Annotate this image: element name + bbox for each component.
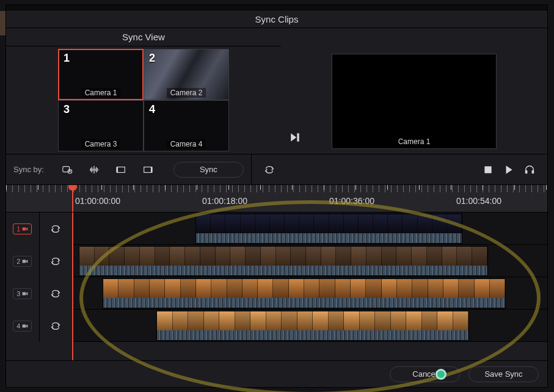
track-header: 3 (6, 277, 73, 310)
camera-label: Camera 1 (81, 88, 121, 98)
track-lane[interactable] (73, 310, 547, 342)
track-row: 3 (6, 277, 547, 310)
camera-label: Camera 2 (167, 88, 206, 98)
track-sync-button[interactable] (40, 212, 73, 245)
svg-rect-3 (144, 167, 152, 172)
track-camera-button-2[interactable]: 2 (13, 256, 32, 267)
clip-waveform (157, 330, 468, 340)
camera-angle-1[interactable]: 1Camera 1 (58, 49, 144, 100)
clip[interactable] (79, 246, 488, 276)
clip-waveform (196, 233, 462, 243)
sync-by-audio-button[interactable] (81, 154, 108, 185)
clip[interactable] (195, 214, 462, 244)
preview-label: Camera 1 (332, 137, 496, 146)
timecode-label: 01:00:00:00 (75, 196, 120, 206)
track-lane[interactable] (73, 245, 547, 277)
camera-number: 3 (64, 103, 70, 116)
sync-by-label: Sync by: (13, 165, 44, 174)
camera-number: 1 (64, 52, 70, 65)
svg-rect-6 (532, 170, 534, 173)
clip-waveform (79, 266, 487, 275)
track-lane[interactable] (73, 277, 547, 310)
svg-rect-0 (63, 166, 70, 172)
camera-label: Camera 4 (167, 139, 206, 149)
playhead[interactable] (72, 185, 73, 212)
camera-angle-4[interactable]: 4Camera 4 (144, 100, 229, 151)
track-sync-button[interactable] (40, 310, 73, 342)
cancel-button[interactable]: Cancel (390, 366, 460, 382)
loop-button[interactable] (259, 154, 280, 185)
track-header: 2 (6, 245, 73, 277)
stop-button[interactable] (478, 154, 498, 185)
toolbar: Sync by: Sync (6, 154, 547, 185)
sync-view-panel: Sync View 1Camera 12Camera 23Camera 34Ca… (6, 28, 281, 154)
top-strip (6, 5, 547, 10)
camera-angle-2[interactable]: 2Camera 2 (144, 49, 229, 100)
sync-by-in-point-button[interactable] (108, 154, 134, 185)
cursor-indicator (436, 369, 446, 380)
clip[interactable] (156, 311, 469, 341)
headphones-button[interactable] (519, 154, 540, 185)
upper-panel: Sync View 1Camera 12Camera 23Camera 34Ca… (6, 28, 547, 154)
timecode-label: 01:00:36:00 (329, 196, 374, 206)
sync-button[interactable]: Sync (173, 162, 244, 178)
track-camera-button-1[interactable]: 1 (13, 223, 32, 234)
sync-view-title: Sync View (6, 28, 281, 46)
track-sync-button[interactable] (40, 277, 73, 310)
camera-angle-3[interactable]: 3Camera 3 (58, 100, 144, 151)
track-row: 2 (6, 245, 547, 277)
clip-thumbnails (103, 279, 505, 298)
tracks-area: 1234 (6, 212, 547, 360)
svg-rect-2 (117, 167, 125, 172)
track-camera-button-4[interactable]: 4 (13, 321, 32, 332)
sync-by-out-point-button[interactable] (134, 154, 161, 185)
clip-thumbnails (196, 214, 462, 233)
svg-rect-4 (484, 166, 491, 173)
next-frame-button[interactable] (290, 132, 301, 145)
svg-rect-5 (525, 170, 528, 173)
track-camera-button-3[interactable]: 3 (13, 288, 32, 299)
timecode-label: 01:00:54:00 (456, 196, 501, 206)
dialog-titlebar: Sync Clips (6, 10, 547, 28)
clip-waveform (103, 298, 505, 308)
sync-view-grid: 1Camera 12Camera 23Camera 34Camera 4 (6, 46, 281, 154)
clip-thumbnails (79, 247, 487, 266)
track-row: 1 (6, 212, 547, 245)
track-header: 1 (6, 212, 73, 245)
clip-thumbnails (157, 311, 468, 330)
dialog-title: Sync Clips (255, 14, 299, 24)
camera-label: Camera 3 (81, 139, 121, 149)
clip[interactable] (103, 278, 506, 308)
timecode-label: 01:00:18:00 (202, 196, 247, 206)
camera-number: 4 (149, 103, 155, 116)
track-lane[interactable] (73, 212, 547, 245)
preview-frame[interactable]: Camera 1 (332, 54, 497, 149)
track-row: 4 (6, 310, 547, 342)
playhead-line (72, 212, 73, 360)
save-sync-button[interactable]: Save Sync (468, 366, 539, 382)
track-sync-button[interactable] (40, 245, 73, 277)
play-button[interactable] (498, 154, 519, 185)
track-header: 4 (6, 310, 73, 342)
timeline-ruler[interactable]: 01:00:00:0001:00:18:0001:00:36:0001:00:5… (6, 185, 547, 212)
camera-number: 2 (149, 52, 155, 65)
dialog-footer: Cancel Save Sync (6, 360, 547, 387)
sync-clips-dialog: Sync Clips Sync View 1Camera 12Camera 23… (5, 4, 548, 388)
sync-by-timecode-button[interactable] (54, 154, 81, 185)
preview-panel: Camera 1 (281, 28, 547, 154)
left-margin-thumbs (0, 11, 5, 90)
